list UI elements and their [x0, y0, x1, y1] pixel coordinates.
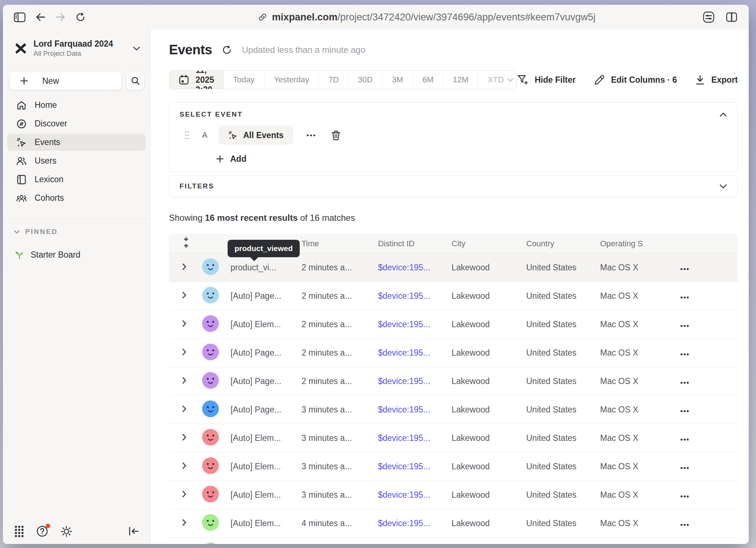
row-expander[interactable]	[182, 348, 186, 356]
row-more-button[interactable]	[678, 408, 691, 415]
browser-sidebar-toggle-icon[interactable]	[14, 12, 25, 22]
row-expander[interactable]	[182, 263, 186, 270]
distinct-id-link[interactable]: $device:195...	[373, 291, 446, 301]
distinct-id-link[interactable]: $device:195...	[373, 348, 446, 358]
row-more-button[interactable]	[678, 465, 691, 471]
sidebar-item-lexicon[interactable]: Lexicon	[7, 171, 146, 188]
column-header-os[interactable]: Operating S	[595, 239, 675, 248]
date-preset-7d[interactable]: 7D	[319, 71, 348, 89]
new-button[interactable]: New	[9, 72, 122, 90]
split-view-icon[interactable]	[726, 12, 737, 22]
back-icon[interactable]	[35, 13, 46, 21]
chevron-up-icon[interactable]	[719, 112, 727, 117]
add-event-button[interactable]: Add	[216, 153, 727, 164]
help-icon[interactable]	[36, 525, 48, 537]
distinct-id-link[interactable]: $device:195...	[373, 518, 446, 528]
date-preset-6m[interactable]: 6M	[413, 71, 443, 89]
table-row[interactable]: [Auto] Page... 2 minutes a... $device:19…	[169, 367, 738, 396]
event-name-cell[interactable]: [Auto] Elem...	[225, 320, 296, 329]
sidebar-item-discover[interactable]: Discover	[7, 115, 146, 132]
table-row[interactable]: [Auto] Elem... 3 minutes a... $device:19…	[169, 453, 738, 481]
row-more-button[interactable]	[678, 266, 691, 273]
sidebar-item-starter-board[interactable]: Starter Board	[15, 249, 150, 260]
date-picker[interactable]: Mar 11, 2025 3:30 pm	[169, 71, 223, 89]
collapse-sidebar-icon[interactable]	[128, 527, 139, 536]
row-more-button[interactable]	[678, 322, 691, 329]
event-selector-pill[interactable]: All Events	[218, 126, 293, 145]
collapse-rows-icon[interactable]	[182, 237, 190, 248]
distinct-id-link[interactable]: $device:195...	[373, 490, 446, 500]
url-bar[interactable]: mixpanel.com/project/3472420/view/397469…	[150, 12, 703, 23]
event-name-cell[interactable]: [Auto] Elem...	[225, 433, 296, 443]
row-expander[interactable]	[182, 320, 186, 327]
table-row[interactable]: [Auto] Page... 3 minutes a... $device:19…	[169, 396, 738, 424]
date-preset-30d[interactable]: 30D	[348, 71, 382, 89]
table-row[interactable]	[169, 538, 738, 544]
chevron-down-icon[interactable]	[719, 184, 727, 189]
distinct-id-link[interactable]: $device:195...	[373, 405, 446, 415]
pinned-section-toggle[interactable]: PINNED	[14, 227, 150, 236]
event-name-cell[interactable]: product_vi...	[225, 263, 296, 273]
event-name-cell[interactable]: [Auto] Elem...	[225, 490, 296, 500]
date-preset-3m[interactable]: 3M	[382, 71, 413, 89]
project-switcher[interactable]: Lord Farquaad 2024 All Project Data	[14, 39, 141, 58]
row-expander[interactable]	[182, 291, 186, 299]
row-expander[interactable]	[182, 405, 186, 412]
distinct-id-link[interactable]: $device:195...	[373, 263, 446, 273]
event-name-cell[interactable]: [Auto] Page...	[225, 291, 296, 301]
date-preset-12m[interactable]: 12M	[443, 71, 478, 89]
table-row[interactable]: [Auto] Elem... 3 minutes a... $device:19…	[169, 424, 738, 453]
row-more-button[interactable]	[678, 436, 691, 443]
table-row[interactable]: [Auto] Page... 2 minutes a... $device:19…	[169, 339, 738, 367]
drag-handle-icon[interactable]	[185, 130, 189, 140]
date-preset-today[interactable]: Today	[223, 71, 264, 89]
distinct-id-link[interactable]: $device:195...	[373, 433, 446, 443]
sidebar-item-events[interactable]: Events	[7, 134, 146, 151]
column-header-distinct-id[interactable]: Distinct ID	[373, 239, 446, 248]
row-more-button[interactable]	[678, 379, 691, 386]
apps-grid-icon[interactable]	[15, 525, 24, 537]
mixpanel-logo-icon	[14, 42, 28, 55]
gear-icon[interactable]	[60, 525, 72, 537]
column-header-time[interactable]: Time	[296, 239, 373, 248]
column-header-country[interactable]: Country	[521, 239, 595, 248]
event-name-cell[interactable]: [Auto] Elem...	[225, 518, 296, 528]
column-header-city[interactable]: City	[446, 239, 521, 248]
search-button[interactable]	[127, 72, 144, 90]
distinct-id-link[interactable]: $device:195...	[373, 320, 446, 329]
event-name-cell[interactable]: [Auto] Page...	[225, 348, 296, 358]
export-button[interactable]: Export	[695, 75, 738, 85]
sidebar-item-cohorts[interactable]: Cohorts	[7, 189, 146, 207]
distinct-id-link[interactable]: $device:195...	[373, 376, 446, 386]
table-row[interactable]: [Auto] Elem... 4 minutes a... $device:19…	[169, 509, 738, 538]
reader-settings-icon[interactable]	[703, 11, 714, 23]
row-more-button[interactable]	[678, 294, 691, 301]
table-row[interactable]: [Auto] Elem... 3 minutes a... $device:19…	[169, 481, 738, 509]
row-expander[interactable]	[182, 377, 186, 384]
time-cell: 3 minutes a...	[296, 490, 373, 500]
event-name-cell[interactable]: [Auto] Elem...	[225, 462, 296, 471]
edit-columns-button[interactable]: Edit Columns · 6	[594, 74, 677, 85]
trash-icon[interactable]	[331, 130, 341, 141]
date-preset-xtd[interactable]: XTD	[478, 71, 517, 89]
hide-filter-button[interactable]: Hide Filter	[517, 74, 575, 85]
row-expander[interactable]	[182, 519, 186, 526]
forward-icon[interactable]	[55, 13, 66, 21]
sidebar-item-home[interactable]: Home	[7, 97, 146, 114]
row-more-button[interactable]	[678, 493, 691, 500]
row-expander[interactable]	[182, 462, 186, 469]
reload-icon[interactable]	[75, 12, 86, 22]
event-name-cell[interactable]: [Auto] Page...	[225, 405, 296, 415]
event-name-cell[interactable]: [Auto] Page...	[225, 376, 296, 386]
date-preset-yesterday[interactable]: Yesterday	[264, 71, 319, 89]
event-more-button[interactable]	[306, 134, 316, 137]
row-expander[interactable]	[182, 434, 186, 441]
refresh-icon[interactable]	[222, 45, 232, 55]
row-more-button[interactable]	[678, 521, 691, 528]
table-row[interactable]: [Auto] Elem... 2 minutes a... $device:19…	[169, 310, 738, 339]
sidebar-item-users[interactable]: Users	[7, 152, 146, 169]
distinct-id-link[interactable]: $device:195...	[373, 462, 446, 471]
table-row[interactable]: [Auto] Page... 2 minutes a... $device:19…	[169, 282, 738, 310]
row-more-button[interactable]	[678, 351, 691, 358]
row-expander[interactable]	[182, 490, 186, 498]
